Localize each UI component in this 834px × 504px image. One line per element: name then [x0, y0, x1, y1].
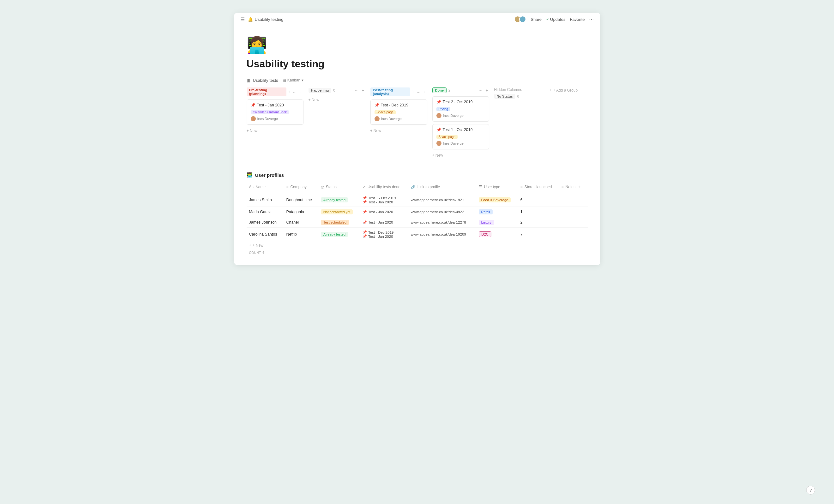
card-title-text-oct2019-2: Test 2 - Oct 2019 [443, 100, 473, 104]
test-link-item: 📌Test 1 - Oct 2019 [363, 196, 406, 200]
card-tag-space-oct: Space page [436, 134, 485, 141]
cell-tests-1: 📌Test - Jan 2020 [360, 207, 408, 217]
cell-link-2: www.appearhere.co.uk/dea-12278 [408, 217, 476, 228]
user-type-badge: Retail [479, 210, 492, 214]
kanban-card-jan2020[interactable]: 📌 Test - Jan 2020 Calendar + Instant Boo… [247, 100, 304, 125]
col-add-btn-pre[interactable]: + [299, 89, 303, 95]
page-icon-small: 🔔 [248, 17, 253, 22]
topbar: ☰ 🔔 Usability testing Share ✓ Updates Fa… [234, 13, 600, 26]
th-link-icon: 🔗 [411, 185, 416, 189]
cell-stores-3: 7 [518, 228, 559, 241]
profile-link[interactable]: www.appearhere.co.uk/dea-19209 [411, 233, 466, 236]
add-group-button[interactable]: + + Add a Group [550, 88, 578, 92]
col-tag-pre: Pre-testing (planning) [247, 87, 286, 96]
test-name: Test - Dec 2019 [368, 231, 394, 234]
new-card-done[interactable]: + New [432, 152, 443, 159]
col-tag-happening: Happening [309, 88, 332, 93]
no-status-tag: No Status [494, 94, 515, 99]
kanban-label: Kanban [287, 78, 300, 83]
cell-status-3: Already tested [318, 228, 360, 241]
add-group-label: + Add a Group [553, 88, 578, 92]
profile-link[interactable]: www.appearhere.co.uk/dea-12278 [411, 220, 466, 224]
th-name-label: Name [256, 185, 266, 189]
col-actions-done: ··· + [478, 87, 489, 93]
profile-link[interactable]: www.appearhere.co.uk/dea-1921 [411, 198, 464, 202]
card-tag-pricing: Pricing [436, 106, 485, 113]
pin-icon-oct2019-1: 📌 [436, 128, 441, 132]
author-name-jan2020: Ines Duverge [257, 117, 278, 120]
test-name: Test - Jan 2020 [368, 235, 393, 238]
th-company-label: Company [290, 185, 306, 189]
cell-name-2: James Johnson [247, 217, 284, 228]
th-tests-icon: ↗ [363, 185, 366, 189]
col-more-btn-post[interactable]: ··· [416, 89, 422, 95]
profile-link[interactable]: www.appearhere.co.uk/dea-4922 [411, 210, 464, 214]
table-row[interactable]: James JohnsonChanelTest scheduled📌Test -… [247, 217, 588, 228]
status-badge: Already tested [321, 232, 348, 237]
favorite-button[interactable]: Favorite [570, 17, 585, 22]
author-avatar-oct2019-2: I [436, 113, 441, 118]
card-tag-text-space-dec: Space page [375, 110, 396, 114]
author-avatar-jan2020: I [251, 116, 256, 121]
new-card-post[interactable]: + New [370, 127, 381, 134]
cell-name-0: James Smith [247, 193, 284, 207]
kanban-view-button[interactable]: ▦ Kanban ▾ [281, 78, 305, 83]
kanban-board: Pre-testing (planning) 1 ··· + 📌 Test - … [247, 87, 588, 162]
th-usertype: ☰User type [476, 181, 518, 193]
col-actions-pre: ··· + [292, 89, 304, 95]
table-row[interactable]: Carolina SantosNetflixAlready tested📌Tes… [247, 228, 588, 241]
kanban-card-dec2019[interactable]: 📌 Test - Dec 2019 Space page I Ines Duve… [370, 100, 427, 125]
author-avatar-oct2019-1: I [436, 141, 441, 146]
col-more-btn-happening[interactable]: ··· [354, 87, 360, 93]
col-count-post: 1 [412, 90, 414, 94]
kanban-col-pre-testing: Pre-testing (planning) 1 ··· + 📌 Test - … [247, 87, 304, 134]
col-header-happening: Happening 0 ··· + [309, 87, 365, 93]
card-title-oct2019-2: 📌 Test 2 - Oct 2019 [436, 100, 485, 104]
cell-usertype-2: Luxury [476, 217, 518, 228]
kanban-col-post: Post-testing (analysis) 1 ··· + 📌 Test -… [370, 87, 427, 134]
count-label: COUNT [249, 251, 261, 255]
user-type-badge: D2C [479, 232, 491, 237]
card-author-dec2019: I Ines Duverge [375, 116, 423, 121]
cell-notes-3 [559, 228, 588, 241]
card-tag-space-dec: Space page [375, 109, 423, 116]
add-column-button[interactable]: + [576, 183, 582, 191]
new-card-pre[interactable]: + New [247, 127, 257, 134]
cell-link-1: www.appearhere.co.uk/dea-4922 [408, 207, 476, 217]
pin-icon: 📌 [363, 234, 367, 238]
share-button[interactable]: Share [530, 17, 542, 22]
kanban-card-oct2019-1[interactable]: 📌 Test 1 - Oct 2019 Space page I Ines Du… [432, 124, 489, 149]
col-add-btn-post[interactable]: + [422, 89, 427, 95]
th-notes-label: Notes [566, 185, 575, 189]
table-row[interactable]: James SmithDoughnut timeAlready tested📌T… [247, 193, 588, 207]
page-wrapper: ☰ 🔔 Usability testing Share ✓ Updates Fa… [234, 13, 600, 265]
menu-icon[interactable]: ☰ [240, 17, 245, 22]
card-title-text-jan2020: Test - Jan 2020 [257, 103, 284, 107]
more-options-icon[interactable]: ··· [589, 16, 594, 23]
section-title-usability: Usability tests [253, 78, 278, 83]
col-more-btn-done[interactable]: ··· [478, 87, 483, 93]
col-add-btn-happening[interactable]: + [360, 87, 365, 93]
th-company: ≡Company [284, 181, 318, 193]
new-card-happening[interactable]: + New [309, 96, 319, 103]
kanban-card-oct2019-2[interactable]: 📌 Test 2 - Oct 2019 Pricing I Ines Duver… [432, 96, 489, 122]
cell-notes-0 [559, 193, 588, 207]
th-notes: ≡ Notes + [559, 181, 588, 193]
table-footer: + + New [247, 241, 588, 249]
kanban-col-happening: Happening 0 ··· + + New [309, 87, 365, 103]
col-add-btn-done[interactable]: + [484, 87, 489, 93]
col-more-btn-pre[interactable]: ··· [292, 89, 298, 95]
table-row[interactable]: Maria GarciaPatagoniaNot contacted yet📌T… [247, 207, 588, 217]
profiles-title: User profiles [255, 172, 284, 178]
add-row-button[interactable]: + + New [247, 241, 266, 249]
cell-usertype-3: D2C [476, 228, 518, 241]
share-label: Share [530, 17, 542, 22]
th-link-label: Link to profile [417, 185, 440, 189]
test-link-item: 📌Test - Jan 2020 [363, 220, 406, 224]
help-button[interactable]: ? [806, 486, 815, 495]
kanban-icon: ▦ [283, 78, 286, 83]
cell-company-0: Doughnut time [284, 193, 318, 207]
updates-button[interactable]: ✓ Updates [546, 17, 565, 22]
pin-icon: 📌 [363, 200, 367, 204]
th-name: AaName [247, 181, 284, 193]
